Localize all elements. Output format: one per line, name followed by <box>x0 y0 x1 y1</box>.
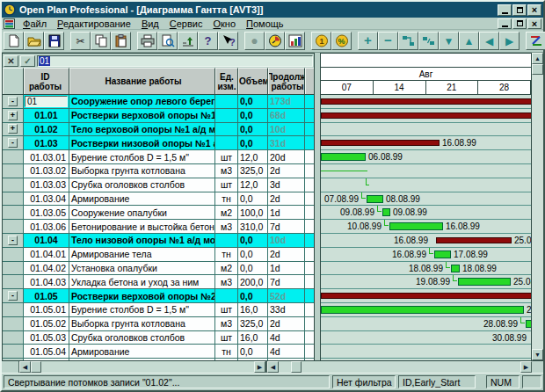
close-button[interactable]: × <box>527 4 541 16</box>
table-row[interactable]: 01.03.02Выборка грунта котлованам3325,02… <box>3 164 314 178</box>
document-system-icon[interactable] <box>4 18 15 29</box>
table-row[interactable]: 01.05.02Выборка грунта котлованам3325,02… <box>3 317 314 331</box>
task-bar[interactable] <box>451 265 460 272</box>
minimize-button[interactable] <box>498 4 512 16</box>
collapse-button[interactable]: - <box>8 291 18 301</box>
link-activities-button[interactable] <box>398 32 418 50</box>
collapse-button[interactable]: - <box>8 236 18 245</box>
table-row[interactable]: 01.03.06Бетонирование и выстойка бетонам… <box>3 220 314 234</box>
summary-bar[interactable] <box>321 113 531 119</box>
cut-button[interactable]: ✂ <box>70 32 91 50</box>
menu-item-window[interactable]: Окно <box>207 18 241 29</box>
restore-button[interactable] <box>512 4 527 16</box>
print-button[interactable] <box>137 32 157 50</box>
task-bar[interactable] <box>526 320 531 328</box>
child-close-button[interactable]: × <box>527 18 541 29</box>
arrow-right-icon: ▶ <box>258 364 262 371</box>
table-row[interactable]: 01.04.02Установка опалубким20,01d <box>3 262 314 276</box>
table-row[interactable]: -01.03Ростверки низовой опоры №1 а/д м0,… <box>3 136 314 150</box>
expand-button[interactable]: + <box>8 111 18 120</box>
hscroll-track[interactable] <box>302 361 520 373</box>
menu-item-service[interactable]: Сервис <box>164 18 208 29</box>
task-bar[interactable] <box>382 208 390 216</box>
scroll-right-button[interactable]: ▶ <box>254 361 265 373</box>
confirm-edit-button[interactable]: ✓ <box>20 55 35 67</box>
gantt-hscrollbar[interactable]: ◀ ▶ <box>267 361 532 373</box>
table-row[interactable]: 01.03.01Бурение столбов D = 1,5 м"шт12,0… <box>3 150 314 164</box>
table-row[interactable]: 01.05.01Бурение столбов D = 1,5 м"шт16,0… <box>3 303 314 317</box>
scroll-left-button[interactable]: ◀ <box>267 361 279 373</box>
task-bar[interactable] <box>321 153 366 161</box>
collapse-button[interactable]: - <box>8 97 18 106</box>
menu-item-edit[interactable]: Редактирование <box>52 18 136 29</box>
scroll-up-button[interactable]: ▲ <box>532 53 543 64</box>
time-analysis-button[interactable] <box>265 32 285 50</box>
task-bar[interactable] <box>321 306 524 314</box>
copy-button[interactable] <box>91 32 111 50</box>
rollup-button[interactable] <box>178 32 198 50</box>
arrow-left-button[interactable]: ◀ <box>479 32 499 50</box>
menu-item-view[interactable]: Вид <box>136 18 164 29</box>
summary-bar[interactable] <box>321 140 440 146</box>
new-icon <box>7 34 21 47</box>
percent-complete-button[interactable]: % <box>331 32 352 50</box>
task-bar[interactable] <box>389 222 443 230</box>
resource-histogram-button[interactable] <box>285 32 305 50</box>
cost-button[interactable]: 1 <box>311 32 331 50</box>
delete-activity-button[interactable]: − <box>378 32 398 50</box>
new-button[interactable] <box>4 32 24 50</box>
table-row[interactable]: -01.05Ростверки верховой опоры №2 а/д0,0… <box>3 289 314 303</box>
summary-bar[interactable] <box>321 293 531 299</box>
vscroll-thumb[interactable] <box>532 64 543 75</box>
menu-item-file[interactable]: Файл <box>18 18 52 29</box>
context-help-button[interactable]: ? <box>218 32 238 50</box>
arrow-right-button[interactable]: ▶ <box>499 32 520 50</box>
collapse-button[interactable]: - <box>8 138 18 148</box>
print-preview-button[interactable] <box>157 32 178 50</box>
table-row[interactable]: 01.03.05Сооружение опалубким2100,01d <box>3 206 314 220</box>
summary-bar[interactable] <box>436 237 512 243</box>
summary-bar[interactable] <box>321 98 531 105</box>
hscroll-thumb[interactable] <box>291 361 302 373</box>
cancel-edit-button[interactable]: ✕ <box>4 55 18 67</box>
hscroll-track[interactable] <box>279 361 291 373</box>
expand-button[interactable]: + <box>8 124 18 134</box>
child-minimize-button[interactable] <box>498 18 512 29</box>
arrow-down-button[interactable]: ▼ <box>439 32 459 50</box>
table-row[interactable]: 01.05.03Срубка оголовков столбовшт16,04d <box>3 331 314 345</box>
paste-button[interactable] <box>111 32 131 50</box>
vertical-scrollbar[interactable]: ▲ ▼ <box>532 53 543 360</box>
table-row[interactable]: -01Сооружение опор левого берега0,0173d <box>3 95 314 109</box>
hscroll-track[interactable] <box>41 361 254 373</box>
table-row[interactable]: +01.01Ростверки верховой опоры №1 а/д0,0… <box>3 109 314 123</box>
table-row[interactable]: 01.04.01Армирование телатн0,02d <box>3 248 314 262</box>
add-activity-button[interactable]: + <box>358 32 378 50</box>
task-bar[interactable] <box>458 278 511 286</box>
table-row[interactable]: -01.04Тело низовой опоры №1 а/д моста0,0… <box>3 234 314 248</box>
arrow-up-button[interactable]: ▲ <box>459 32 479 50</box>
save-button[interactable] <box>44 32 64 50</box>
table-row[interactable]: 01.05.04Армированиетн0,04d <box>3 345 314 359</box>
record-id-input[interactable]: 01 <box>37 55 313 67</box>
menu-item-help[interactable]: Помощь <box>241 18 289 29</box>
hscroll-thumb[interactable] <box>31 361 41 373</box>
help-button[interactable]: ? <box>198 32 218 50</box>
table-row[interactable]: 01.03.04Армированиетн0,02d <box>3 192 314 207</box>
vscroll-track[interactable] <box>532 75 543 349</box>
unlink-activities-button[interactable] <box>418 32 439 50</box>
baseline-circle-button[interactable]: ● <box>244 32 265 50</box>
inline-id-editor[interactable]: 01 <box>25 96 68 107</box>
table-row[interactable]: 01.04.03Укладка бетона и уход за нимм320… <box>3 275 314 289</box>
size-box[interactable] <box>2 361 19 373</box>
scroll-down-button[interactable]: ▼ <box>532 349 543 360</box>
child-restore-button[interactable] <box>512 18 527 29</box>
table-hscrollbar[interactable]: ◀ ▶ <box>19 361 267 373</box>
open-button[interactable] <box>24 32 44 50</box>
scroll-right-button[interactable]: ▶ <box>520 361 532 373</box>
table-row[interactable]: 01.03.03Срубка оголовков столбовшт12,03d <box>3 178 314 192</box>
table-row[interactable]: +01.02Тело верховой опоры №1 а/д моста0,… <box>3 123 314 137</box>
task-bar[interactable] <box>434 250 451 258</box>
task-bar[interactable] <box>367 195 383 203</box>
gantt-view-button[interactable] <box>526 32 545 50</box>
scroll-left-button[interactable]: ◀ <box>19 361 31 373</box>
